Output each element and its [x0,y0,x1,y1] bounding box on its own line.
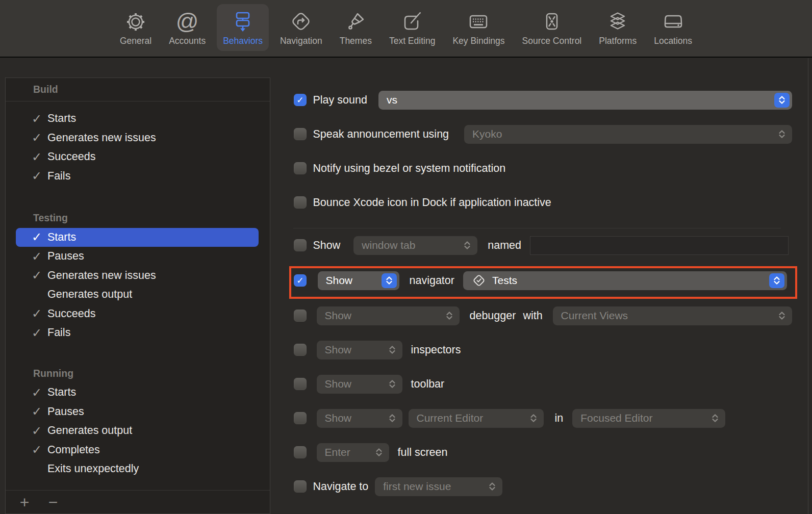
show-inspectors-checkbox[interactable] [294,344,307,356]
tab-label: Source Control [522,36,582,46]
show-window-checkbox[interactable] [294,239,307,252]
sidebar-item-build-starts[interactable]: ✓ Starts [16,109,259,128]
show-debugger-checkbox[interactable] [294,310,307,322]
sidebar-item-running-completes[interactable]: ✓ Completes [16,441,259,460]
sidebar-item-running-pauses[interactable]: ✓ Pauses [16,402,259,422]
section-header-testing: Testing [6,209,270,228]
navigate-checkbox[interactable] [294,480,307,493]
toolbar-action-value: Show [325,378,352,390]
right-edge-divider [808,58,808,514]
navigation-icon [289,8,313,35]
navigator-action-dropdown[interactable]: Show [318,271,399,290]
tab-label: Text Editing [389,36,435,46]
tab-general[interactable]: General [114,4,158,51]
row-show-debugger: Show debugger with Current Views [294,306,792,325]
tab-behaviors[interactable]: Behaviors [217,4,269,51]
locations-icon [662,8,685,35]
section-header-build: Build [6,78,270,101]
sidebar-item-testing-starts[interactable]: ✓ Starts [16,228,259,247]
inspectors-label: inspectors [411,344,461,356]
named-label: named [488,239,521,252]
checkmark-icon: ✓ [31,425,43,437]
sidebar-item-running-exits-unexpectedly[interactable]: ✓ Exits unexpectedly [16,459,259,479]
tab-platforms[interactable]: Platforms [593,4,643,51]
checkmark-icon: ✓ [31,231,43,243]
window-name-input[interactable] [530,236,789,255]
play-sound-dropdown[interactable]: vs [378,91,792,110]
editor-action-dropdown: Show [317,409,402,428]
notify-checkbox[interactable] [294,162,307,175]
tab-label: Platforms [599,36,637,46]
sidebar-item-build-generates-new-issues[interactable]: ✓ Generates new issues [16,128,259,148]
sidebar-item-running-starts[interactable]: ✓ Starts [16,383,259,402]
checkmark-icon: ✓ [31,307,43,320]
checkmark-icon: ✓ [31,269,43,281]
fullscreen-label: full screen [398,446,448,459]
row-bounce-icon: Bounce Xcode icon in Dock if application… [294,193,792,212]
stepper-icon [707,411,723,426]
sidebar-item-testing-fails[interactable]: ✓ Fails [16,323,259,343]
show-toolbar-checkbox[interactable] [294,378,307,391]
sidebar-item-testing-generates-new-issues[interactable]: ✓ Generates new issues [16,266,259,286]
play-sound-checkbox[interactable]: ✓ [294,94,307,107]
tab-label: Accounts [169,36,206,46]
stepper-icon [526,411,541,426]
sidebar-item-label: Exits unexpectedly [47,462,139,475]
bounce-checkbox[interactable] [294,196,307,209]
key-bindings-icon [467,8,490,35]
tab-label: Themes [340,36,372,46]
editor-action-value: Show [325,412,352,424]
debugger-label: debugger [470,310,516,322]
sidebar-item-label: Starts [47,112,76,125]
row-show-window-tab: Show window tab named [294,236,792,255]
stepper-icon [385,411,400,426]
sidebar-item-running-generates-output[interactable]: ✓ Generates output [16,421,259,441]
themes-brush-icon [344,8,367,35]
behavior-list: ✓ Starts ✓ Generates new issues ✓ Succee… [6,101,270,479]
stepper-icon [385,377,400,392]
sidebar-item-label: Generates output [47,288,132,301]
section-header-label: Testing [33,212,68,224]
speak-announcement-label: Speak announcement using [313,128,449,141]
tab-source-control[interactable]: Source Control [516,4,588,51]
check-icon: ✓ [296,95,303,106]
editor-focus-value: Focused Editor [580,412,652,424]
with-label: with [523,310,542,322]
sidebar-footer: + − [6,490,270,513]
sidebar-item-build-fails[interactable]: ✓ Fails [16,167,259,186]
play-sound-label: Play sound [313,94,367,107]
tab-locations[interactable]: Locations [648,4,698,51]
debugger-action-dropdown: Show [317,306,460,325]
text-editing-icon [400,8,424,35]
speak-announcement-checkbox[interactable] [294,128,307,141]
sidebar-item-label: Succeeds [47,307,95,320]
toolbar-label: toolbar [411,378,445,391]
stepper-icon [385,343,400,357]
remove-behavior-button[interactable]: − [44,495,62,510]
stepper-icon [460,238,475,253]
sidebar-item-testing-generates-output[interactable]: ✓ Generates output [16,285,259,304]
fullscreen-checkbox[interactable] [294,446,307,459]
row-enter-fullscreen: Enter full screen [294,443,792,462]
tab-text-editing[interactable]: Text Editing [383,4,441,51]
navigate-label: Navigate to [313,480,369,493]
stepper-icon [442,309,457,323]
tab-accounts[interactable]: @ Accounts [163,4,212,51]
sidebar-item-build-succeeds[interactable]: ✓ Succeeds [16,147,259,167]
tab-navigation[interactable]: Navigation [274,4,328,51]
stepper-icon [774,93,790,108]
sidebar-item-label: Pauses [47,405,84,418]
show-editor-checkbox[interactable] [294,412,307,425]
behaviors-icon [231,8,255,35]
tab-key-bindings[interactable]: Key Bindings [446,4,511,51]
tab-label: Behaviors [223,36,263,46]
fullscreen-action-dropdown: Enter [317,443,389,462]
add-behavior-button[interactable]: + [16,495,33,510]
navigator-pane-dropdown[interactable]: Tests [463,271,787,290]
sidebar-item-testing-pauses[interactable]: ✓ Pauses [16,247,259,266]
show-navigator-checkbox[interactable]: ✓ [294,274,307,287]
toolbar-action-dropdown: Show [317,375,402,394]
tab-themes[interactable]: Themes [334,4,378,51]
sidebar-item-testing-succeeds[interactable]: ✓ Succeeds [16,304,259,324]
checkmark-icon: ✓ [31,170,43,182]
